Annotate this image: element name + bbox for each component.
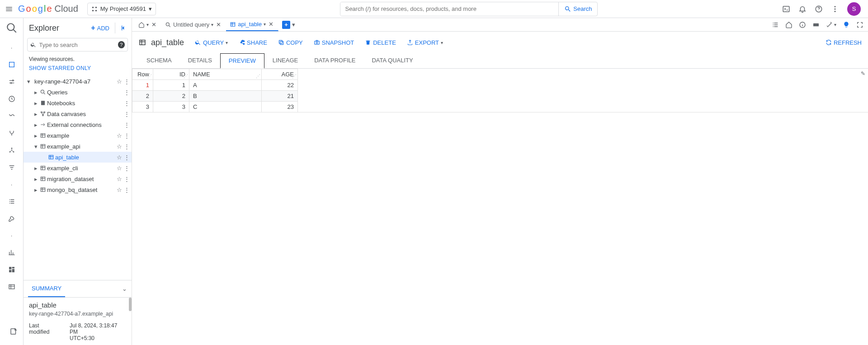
star-icon[interactable]: ☆ (115, 165, 123, 172)
star-icon[interactable]: ☆ (115, 78, 123, 85)
chevron-right-icon[interactable]: ▸ (33, 89, 39, 96)
table-row[interactable]: 2 2 B 21 (132, 91, 298, 102)
star-icon[interactable]: ☆ (115, 186, 123, 193)
rail-icon-dashboard[interactable] (8, 266, 15, 273)
more-vert-icon[interactable]: ⋮ (123, 121, 130, 128)
rail-icon-list[interactable] (8, 198, 15, 205)
rail-icon-wrench[interactable] (8, 215, 15, 222)
table-row[interactable]: 1 1 A 22 (132, 80, 298, 91)
magic-wand-icon[interactable]: ▾ (826, 21, 836, 28)
resize-handle-icon[interactable]: ⋰ (256, 74, 260, 79)
subtab-lineage[interactable]: LINEAGE (264, 53, 306, 68)
summary-tab[interactable]: SUMMARY (28, 280, 65, 297)
more-vert-icon[interactable]: ⋮ (123, 89, 130, 96)
chevron-right-icon[interactable]: ▸ (33, 186, 39, 193)
subtab-preview[interactable]: PREVIEW (220, 53, 264, 69)
subtab-details[interactable]: DETAILS (180, 53, 220, 68)
rail-icon-filter[interactable] (8, 164, 15, 171)
tab-home[interactable]: ▾ ✕ (135, 18, 161, 31)
rail-icon-square[interactable] (8, 61, 15, 68)
chevron-down-icon[interactable]: ⌄ (122, 285, 127, 292)
tab-api-table[interactable]: api_table ▾ ✕ (226, 18, 278, 31)
chevron-right-icon[interactable]: ▸ (33, 100, 39, 107)
fullscreen-icon[interactable] (856, 21, 863, 28)
chevron-right-icon[interactable]: ▸ (33, 165, 39, 172)
delete-button[interactable]: DELETE (365, 39, 396, 46)
col-row[interactable]: Row⋰ (132, 69, 153, 80)
rail-dot-1[interactable]: · (11, 44, 13, 51)
list-icon[interactable] (772, 21, 779, 28)
tree-data-canvases[interactable]: ▸ Data canvases ⋮ (24, 108, 132, 119)
tree-migration-dataset[interactable]: ▸ migration_dataset ☆ ⋮ (24, 173, 132, 184)
chevron-right-icon[interactable]: ▸ (33, 176, 39, 182)
search-input[interactable] (340, 2, 558, 16)
more-vert-icon[interactable]: ⋮ (123, 186, 130, 193)
keyboard-icon[interactable] (812, 21, 820, 28)
menu-icon[interactable] (4, 4, 14, 14)
chevron-down-icon[interactable]: ▾ (33, 143, 39, 150)
star-icon[interactable]: ☆ (115, 154, 123, 161)
chevron-right-icon[interactable]: ▸ (33, 121, 39, 128)
search-help-icon[interactable]: ? (118, 41, 125, 48)
more-vert-icon[interactable]: ⋮ (123, 78, 130, 85)
account-avatar[interactable]: S (847, 2, 861, 16)
new-tab-button[interactable]: + (282, 21, 290, 29)
tree-example-api[interactable]: ▾ example_api ☆ ⋮ (24, 141, 132, 152)
collapse-panel-icon[interactable] (115, 23, 127, 33)
rail-dot-2[interactable]: · (11, 181, 13, 188)
new-tab-dropdown[interactable]: ▾ (292, 21, 295, 28)
query-button[interactable]: QUERY ▾ (195, 39, 228, 46)
more-vert-icon[interactable]: ⋮ (123, 154, 130, 161)
rail-icon-stream[interactable] (8, 112, 15, 120)
more-vert-icon[interactable]: ⋮ (123, 176, 130, 182)
more-vert-icon[interactable]: ⋮ (123, 143, 130, 150)
rail-dot-3[interactable]: · (11, 232, 13, 239)
rail-icon-clock[interactable] (8, 95, 15, 103)
more-vert-icon[interactable]: ⋮ (123, 165, 130, 172)
tab-untitled-query[interactable]: Untitled query ▾ ✕ (161, 18, 226, 31)
table-row[interactable]: 3 3 C 23 (132, 102, 298, 112)
share-button[interactable]: SHARE (239, 39, 267, 46)
star-icon[interactable]: ☆ (115, 176, 123, 182)
tree-example[interactable]: ▸ example ☆ ⋮ (24, 130, 132, 141)
col-name[interactable]: NAME⋰ (189, 69, 262, 80)
rail-icon-sliders[interactable] (8, 78, 15, 85)
export-button[interactable]: EXPORT ▾ (407, 39, 443, 46)
resize-handle-icon[interactable]: ⋰ (184, 74, 188, 79)
tree-mongo-dataset[interactable]: ▸ mongo_bq_dataset ☆ ⋮ (24, 184, 132, 195)
home-icon[interactable] (785, 21, 793, 28)
scrollbar[interactable] (129, 298, 132, 311)
more-vert-icon[interactable] (831, 5, 839, 13)
show-starred-button[interactable]: SHOW STARRED ONLY (24, 65, 132, 76)
star-icon[interactable]: ☆ (115, 132, 123, 139)
subtab-data-profile[interactable]: DATA PROFILE (306, 53, 363, 68)
caret-down-icon[interactable]: ▾ (264, 22, 266, 27)
rail-icon-chart[interactable] (8, 249, 15, 256)
more-vert-icon[interactable]: ⋮ (123, 132, 130, 139)
resize-handle-icon[interactable]: ⋰ (292, 74, 297, 79)
close-icon[interactable]: ✕ (215, 21, 222, 28)
explorer-search-input[interactable] (39, 42, 115, 48)
col-id[interactable]: ID⋰ (153, 69, 189, 80)
rail-icon-merge[interactable] (8, 130, 15, 137)
col-age[interactable]: AGE⋰ (262, 69, 298, 80)
help-icon[interactable] (815, 5, 823, 13)
resize-handle-icon[interactable]: ⋰ (147, 74, 152, 79)
close-icon[interactable]: ✕ (268, 21, 274, 28)
subtab-schema[interactable]: SCHEMA (138, 53, 180, 68)
close-icon[interactable]: ✕ (151, 21, 157, 28)
notifications-icon[interactable] (798, 5, 807, 13)
new-note-icon[interactable] (7, 325, 20, 338)
info-icon[interactable] (799, 21, 806, 28)
caret-down-icon[interactable]: ▾ (146, 22, 149, 27)
caret-down-icon[interactable]: ▾ (211, 22, 213, 27)
tree-project[interactable]: ▾ key-range-427704-a7 ☆ ⋮ (24, 76, 132, 87)
chevron-down-icon[interactable]: ▾ (25, 78, 32, 85)
edit-columns-icon[interactable]: ✎ (861, 70, 865, 77)
more-vert-icon[interactable]: ⋮ (123, 111, 130, 117)
tree-example-cli[interactable]: ▸ example_cli ☆ ⋮ (24, 163, 132, 173)
snapshot-button[interactable]: SNAPSHOT (314, 39, 354, 46)
rail-icon-nodes[interactable] (8, 147, 15, 154)
chevron-right-icon[interactable]: ▸ (33, 132, 39, 139)
lightbulb-icon[interactable] (843, 21, 850, 28)
